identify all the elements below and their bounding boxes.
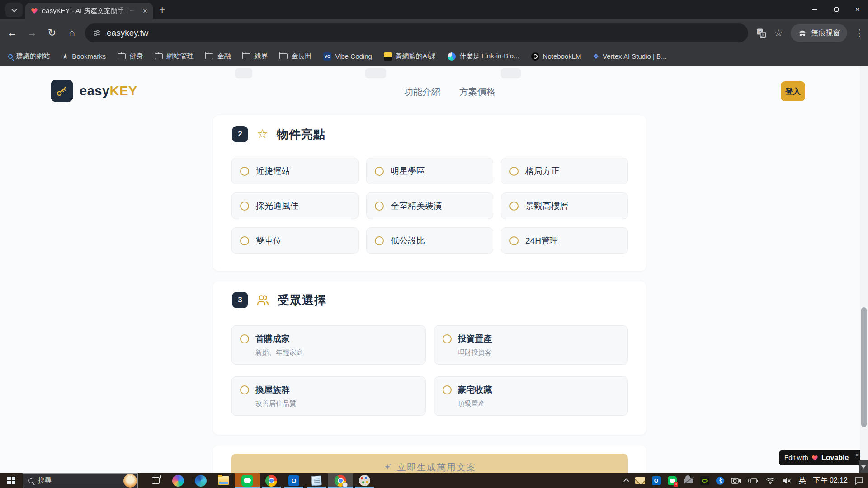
generate-copy-button[interactable]: 立即生成萬用文案 — [231, 454, 628, 473]
option-near-mrt[interactable]: 近捷運站 — [231, 158, 359, 184]
option-star-school[interactable]: 明星學區 — [366, 158, 493, 184]
start-button[interactable] — [0, 473, 23, 488]
folder-icon — [118, 53, 126, 59]
bookmark-folder[interactable]: 綠界 — [242, 52, 268, 61]
taskbar-clock[interactable]: 下午 02:12 — [813, 476, 848, 485]
radio-button[interactable] — [443, 385, 452, 394]
close-icon[interactable]: × — [855, 451, 859, 459]
browser-menu-icon[interactable]: ⋮ — [852, 25, 867, 41]
file-explorer-button[interactable] — [212, 473, 235, 488]
close-button[interactable]: × — [847, 0, 868, 19]
bookmark-item[interactable]: 什麼是 Link-in-Bio... — [448, 52, 519, 61]
back-button[interactable]: ← — [5, 25, 20, 41]
address-bar[interactable]: easykey.tw — [85, 23, 748, 42]
chrome-icon — [335, 475, 346, 487]
mail-tray-icon[interactable] — [635, 477, 645, 484]
url-text[interactable]: easykey.tw — [107, 28, 149, 38]
option-lighting[interactable]: 採光通風佳 — [231, 192, 359, 219]
volume-muted-icon[interactable] — [782, 477, 792, 484]
power-battery-icon[interactable] — [748, 478, 759, 484]
option-decorated[interactable]: 全室精美裝潢 — [366, 192, 493, 219]
action-center-button[interactable] — [854, 477, 863, 485]
new-tab-button[interactable]: + — [159, 5, 165, 15]
lovable-badge[interactable]: Edit with Lovable × — [779, 450, 864, 465]
radio-button[interactable] — [509, 202, 519, 211]
site-settings-tune-icon[interactable] — [92, 28, 101, 38]
search-daily-image[interactable] — [123, 474, 137, 488]
tab-close-icon[interactable]: × — [141, 6, 149, 16]
input-language-indicator[interactable]: 英 — [799, 475, 807, 486]
wifi-icon[interactable] — [765, 477, 775, 484]
radio-button[interactable] — [240, 334, 249, 343]
line-app-button[interactable] — [235, 473, 260, 488]
audience-investor[interactable]: 投資置產 理財投資客 — [434, 325, 628, 365]
site-logo[interactable] — [51, 80, 73, 102]
radio-button[interactable] — [375, 202, 384, 211]
link-in-bio-icon — [448, 52, 456, 61]
option-double-parking[interactable]: 雙車位 — [231, 227, 359, 254]
option-low-public-ratio[interactable]: 低公設比 — [366, 227, 493, 254]
taskbar-search-box[interactable]: 搜尋 — [23, 473, 138, 488]
audience-section: 3 受眾選擇 首購成家 新婚、年輕家庭 投資置產 理財投資客 換屋族群 改善居住… — [213, 281, 646, 435]
paint-button[interactable] — [353, 473, 376, 488]
scrollbar-down-button[interactable] — [859, 460, 868, 473]
chevron-down-icon — [11, 6, 17, 12]
bookmark-folder[interactable]: 健身 — [118, 52, 143, 61]
avatar-icon — [384, 52, 392, 61]
bookmark-item[interactable]: NotebookLM — [531, 52, 581, 61]
minimize-button[interactable] — [804, 0, 826, 19]
outlook-tray-icon[interactable]: O — [652, 476, 661, 485]
bookmark-item[interactable]: 建議的網站 — [8, 52, 50, 61]
incognito-indicator[interactable]: 無痕視窗 — [791, 24, 847, 42]
bookmark-item[interactable]: ❖Vertex AI Studio | B... — [593, 52, 667, 61]
radio-button[interactable] — [240, 385, 249, 394]
radio-button[interactable] — [240, 236, 249, 245]
audience-first-home[interactable]: 首購成家 新婚、年輕家庭 — [231, 325, 426, 365]
camera-tray-icon[interactable] — [731, 477, 741, 484]
onedrive-paused-icon[interactable] — [684, 478, 693, 483]
edge-button[interactable] — [189, 473, 212, 488]
nav-link-features[interactable]: 功能介紹 — [404, 86, 440, 98]
notepad-button[interactable] — [305, 473, 328, 488]
radio-button[interactable] — [375, 236, 384, 245]
option-square-layout[interactable]: 格局方正 — [501, 158, 628, 184]
line-tray-icon[interactable]: N — [668, 476, 677, 485]
forward-button[interactable]: → — [24, 25, 40, 41]
copilot-button[interactable] — [167, 473, 189, 488]
chrome-button[interactable] — [260, 473, 283, 488]
nav-link-pricing[interactable]: 方案價格 — [459, 86, 495, 98]
bookmark-folder[interactable]: 金融 — [205, 52, 231, 61]
bookmark-item[interactable]: ★Bookmarks — [62, 52, 106, 61]
home-button[interactable]: ⌂ — [64, 25, 80, 41]
radio-button[interactable] — [443, 334, 452, 343]
audience-upgrader[interactable]: 換屋族群 改善居住品質 — [231, 376, 426, 416]
nvidia-tray-icon[interactable] — [700, 476, 709, 485]
option-high-floor-view[interactable]: 景觀高樓層 — [501, 192, 628, 219]
radio-button[interactable] — [509, 236, 519, 245]
scrollbar-thumb[interactable] — [861, 307, 867, 427]
bluetooth-icon[interactable] — [716, 477, 724, 485]
bookmark-item[interactable]: 黃總監的AI課 — [384, 52, 436, 61]
maximize-button[interactable] — [826, 0, 847, 19]
site-logo-text[interactable]: easyKEY — [80, 84, 137, 99]
radio-button[interactable] — [240, 202, 249, 211]
translate-icon[interactable]: G文 — [754, 25, 769, 41]
bookmark-folder[interactable]: 金長田 — [279, 52, 311, 61]
chrome-icon — [265, 475, 277, 487]
tab-search-button[interactable] — [5, 3, 23, 17]
radio-button[interactable] — [240, 167, 249, 176]
audience-luxury[interactable]: 豪宅收藏 頂級置產 — [434, 376, 628, 416]
radio-button[interactable] — [375, 167, 384, 176]
option-24h-management[interactable]: 24H管理 — [501, 227, 628, 254]
bookmark-item[interactable]: VCVibe Coding — [323, 52, 372, 61]
chrome-profile-button[interactable] — [328, 473, 353, 488]
bookmark-star-icon[interactable]: ☆ — [771, 25, 786, 41]
bookmark-folder[interactable]: 網站管理 — [155, 52, 193, 61]
hidden-icons-button[interactable] — [624, 479, 628, 483]
outlook-button[interactable]: O — [283, 473, 305, 488]
reload-button[interactable]: ↻ — [44, 25, 60, 41]
radio-button[interactable] — [509, 167, 519, 176]
task-view-button[interactable] — [144, 473, 167, 488]
login-button[interactable]: 登入 — [781, 81, 805, 101]
browser-tab[interactable]: easyKEY - AI 房產文案助手 | 一 × — [25, 3, 153, 19]
